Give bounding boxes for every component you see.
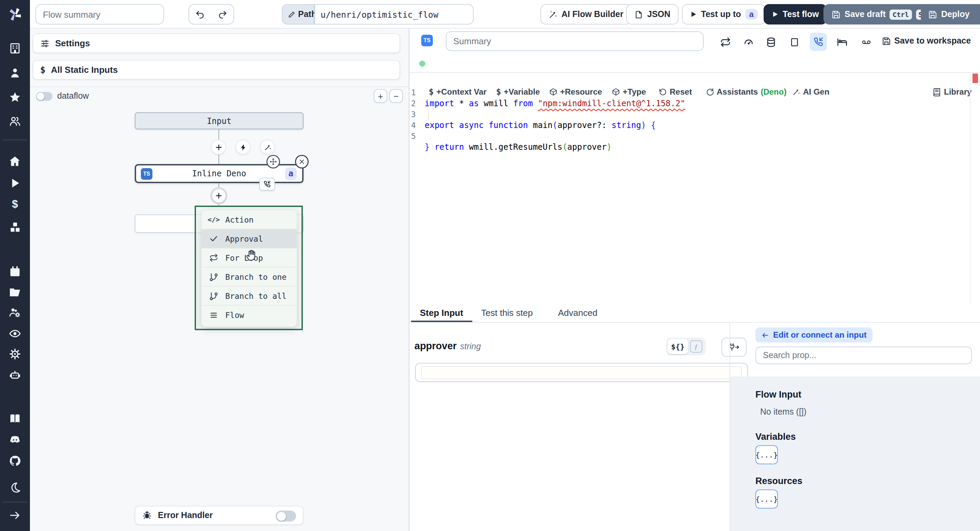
javascript-mode-toggle[interactable]: ƒ — [690, 340, 702, 352]
menu-item-branch-to-one[interactable]: Branch to one — [202, 268, 297, 287]
folders-icon[interactable] — [9, 286, 21, 298]
sleep-bed-icon[interactable] — [837, 37, 848, 48]
ai-flow-builder-label: AI Flow Builder — [562, 10, 624, 19]
phone-incoming-icon — [813, 37, 824, 47]
move-step-handle[interactable] — [267, 156, 279, 167]
redo-button[interactable] — [211, 4, 234, 24]
trigger-bolt-button[interactable] — [236, 140, 250, 154]
user-icon[interactable] — [9, 67, 21, 79]
plus-icon — [215, 143, 222, 151]
editor-scrollbar-track[interactable] — [970, 72, 970, 304]
menu-item-approval[interactable]: Approval — [202, 230, 297, 249]
variables-title: Variables — [756, 432, 796, 442]
ai-wand-button[interactable] — [261, 140, 274, 154]
test-up-to-button[interactable]: Test up to a — [682, 4, 766, 24]
windmill-flow-builder: $ — [0, 0, 980, 531]
runs-play-icon[interactable] — [9, 177, 21, 189]
variables-dollar-icon[interactable]: $ — [9, 198, 21, 210]
sidebar-divider — [3, 502, 27, 502]
discord-icon[interactable] — [9, 434, 21, 446]
error-handler-toggle[interactable] — [275, 510, 296, 521]
move-icon — [269, 158, 277, 166]
deploy-button[interactable]: Deploy — [921, 5, 976, 24]
home-icon[interactable] — [9, 155, 21, 167]
tabs-divider — [409, 322, 980, 323]
resources-expand-chip[interactable]: {...} — [756, 490, 778, 509]
phone-incoming-icon — [263, 180, 271, 188]
docs-book-icon[interactable] — [9, 413, 21, 425]
play-icon — [772, 11, 778, 18]
menu-item-action[interactable]: </> Action — [202, 210, 297, 230]
menu-item-label: Branch to all — [225, 291, 286, 301]
zoom-out-button[interactable]: − — [389, 89, 403, 103]
step-id-badge: a — [285, 167, 297, 180]
save-draft-button[interactable]: Save draft Ctrl S — [824, 4, 933, 24]
pencil-icon — [288, 11, 295, 18]
delete-step-button[interactable] — [296, 156, 308, 167]
hand-cursor — [245, 246, 259, 262]
menu-item-label: Approval — [225, 234, 263, 243]
workspace-building-icon[interactable] — [9, 42, 21, 54]
ai-flow-builder-button[interactable]: AI Flow Builder — [540, 4, 632, 24]
json-label: JSON — [647, 10, 670, 19]
menu-item-branch-to-all[interactable]: Branch to all — [202, 287, 297, 306]
undo-icon — [195, 10, 205, 19]
plus-icon — [215, 192, 223, 199]
zoom-in-button[interactable]: + — [374, 89, 387, 103]
menu-item-flow[interactable]: Flow — [202, 306, 297, 325]
resources-cubes-icon[interactable] — [9, 221, 21, 233]
users-groups-icon[interactable] — [9, 115, 21, 127]
cache-database-icon[interactable] — [765, 37, 776, 48]
flow-input-title: Flow Input — [756, 389, 801, 400]
search-prop-input[interactable] — [756, 346, 972, 364]
path-input[interactable] — [314, 4, 474, 24]
retries-repeat-icon[interactable] — [720, 37, 731, 48]
all-static-inputs-button[interactable]: $ All Static Inputs — [33, 60, 400, 80]
input-node[interactable]: Input — [135, 112, 304, 129]
star-favorites-icon[interactable] — [9, 91, 21, 104]
static-mode-toggle[interactable]: ${} — [668, 339, 688, 354]
groups-admin-icon[interactable] — [9, 306, 21, 319]
arrow-left-icon — [762, 331, 769, 339]
undo-button[interactable] — [189, 4, 212, 24]
settings-gear-icon[interactable] — [9, 348, 21, 360]
tab-test-this-step[interactable]: Test this step — [481, 308, 533, 318]
step-node-inline-deno[interactable]: TS Inline Deno a — [135, 164, 304, 183]
test-flow-button[interactable]: Test flow — [764, 4, 827, 24]
json-button[interactable]: JSON — [626, 4, 679, 24]
schedules-calendar-icon[interactable] — [9, 266, 21, 278]
suspend-approval-button-active[interactable] — [810, 33, 827, 51]
windmill-logo-icon[interactable] — [7, 6, 23, 22]
early-stop-gauge-icon[interactable] — [743, 37, 754, 48]
tab-step-input[interactable]: Step Input — [420, 308, 463, 318]
insert-step-ring — [210, 187, 227, 204]
insert-step-button-active[interactable] — [212, 189, 225, 202]
flow-summary-input[interactable] — [35, 4, 164, 24]
edit-or-connect-button[interactable]: Edit or connect an input — [756, 327, 873, 343]
dataflow-toggle[interactable] — [36, 92, 52, 101]
audit-logs-eye-icon[interactable] — [9, 327, 21, 340]
workers-robot-icon[interactable] — [9, 369, 21, 381]
flow-settings-button[interactable]: Settings — [33, 33, 400, 53]
approver-value-editor[interactable] — [415, 363, 748, 382]
code-line: 2 — [409, 87, 970, 98]
bug-icon — [142, 510, 152, 520]
dark-mode-moon-icon[interactable] — [9, 481, 21, 494]
variables-expand-chip[interactable]: {...} — [756, 445, 778, 464]
approver-value-field[interactable] — [421, 366, 742, 379]
shared-directory-voicemail-icon[interactable] — [860, 37, 872, 47]
summary-input[interactable] — [446, 31, 704, 51]
connect-input-button[interactable] — [721, 338, 746, 357]
collapse-sidebar-arrow-icon[interactable] — [9, 509, 21, 521]
concurrency-square-icon[interactable] — [789, 37, 800, 48]
path-button[interactable]: Path — [282, 4, 314, 24]
code-line: 3 export async function main(approver?: … — [409, 98, 970, 109]
bolt-icon — [239, 143, 247, 151]
error-handler-row[interactable]: Error Handler — [135, 506, 304, 525]
sidebar: $ — [0, 0, 30, 531]
insert-step-button[interactable] — [212, 140, 225, 154]
github-icon[interactable] — [9, 455, 21, 467]
tab-advanced[interactable]: Advanced — [558, 308, 598, 318]
save-to-workspace-button[interactable]: Save to workspace — [882, 36, 971, 46]
menu-item-label: Branch to one — [225, 272, 286, 282]
